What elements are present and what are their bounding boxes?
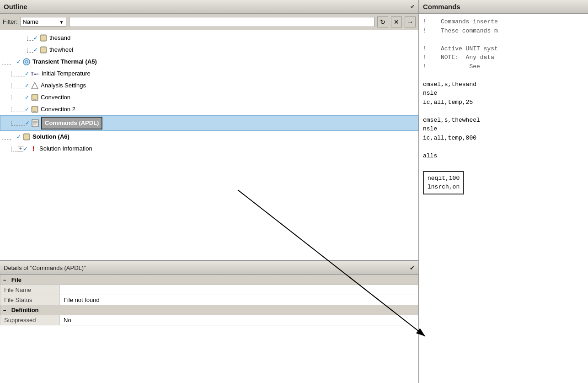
details-table: − File File Name File Status File not fo… xyxy=(0,275,418,325)
tree-icon-thesand xyxy=(39,34,48,42)
definition-section-label: Definition xyxy=(11,307,39,313)
cmd-line-9: cmsel,s,thewheel xyxy=(423,116,584,125)
filter-select[interactable]: Name Type Tag xyxy=(21,17,66,27)
tree-toggle-sol-info[interactable]: + xyxy=(18,146,23,151)
outline-section: Outline ✔ Filter: Name Type Tag ↻ ✕ → xyxy=(0,0,418,261)
details-table-container[interactable]: − File File Name File Status File not fo… xyxy=(0,275,418,383)
tree-label-analysis: Analysis Settings xyxy=(41,81,86,91)
cmd-line-1: ! Commands inserte xyxy=(423,17,584,27)
cmd-line-12: alls xyxy=(423,151,584,161)
svg-rect-18 xyxy=(24,135,29,139)
tree-item-convection2[interactable]: ✓ Convection 2 xyxy=(0,103,418,115)
cmd-line-11: ic,all,temp,800 xyxy=(423,134,584,143)
cmd-blank-1 xyxy=(423,35,584,44)
cmd-blank-2 xyxy=(423,71,584,80)
tree-item-solution[interactable]: − ✓ Solution (A6) xyxy=(0,131,418,143)
tree-item-thesand[interactable]: ✓ thesand xyxy=(0,32,418,44)
tree-item-analysis-settings[interactable]: ✓ Analysis Settings xyxy=(0,80,418,92)
tree-container[interactable]: ✓ thesand ✓ thewheel − ✓ xyxy=(0,30,418,260)
tree-icon-thewheel xyxy=(39,46,48,54)
cmd-blank-4 xyxy=(423,142,584,151)
tree-check-convection2: ✓ xyxy=(25,104,29,114)
commands-content[interactable]: ! Commands inserte ! These commands m ! … xyxy=(419,14,588,383)
definition-toggle[interactable]: − xyxy=(3,307,10,313)
tree-check-thesand: ✓ xyxy=(33,33,38,43)
tree-check-sol-info: ✓ xyxy=(23,144,28,154)
svg-rect-13 xyxy=(32,119,38,127)
cmd-line-3: ! Active UNIT syst xyxy=(423,44,584,54)
tree-label-convection: Convection xyxy=(41,92,70,102)
details-section: Details of "Commands (APDL)" ✔ − File Fi… xyxy=(0,261,418,383)
commands-apdl-label: Commands (APDL) xyxy=(41,117,102,129)
filter-clear-button[interactable]: ✕ xyxy=(391,16,402,27)
cmd-line-14: lnsrch,on xyxy=(428,183,460,192)
filter-pin-button[interactable]: → xyxy=(405,16,416,27)
left-panel: Outline ✔ Filter: Name Type Tag ↻ ✕ → xyxy=(0,0,418,383)
svg-rect-8 xyxy=(32,95,37,100)
row-file-status: File Status File not found xyxy=(0,295,418,305)
svg-point-4 xyxy=(23,59,30,65)
svg-rect-3 xyxy=(41,48,46,52)
row-suppressed: Suppressed No xyxy=(0,315,418,325)
file-name-value[interactable] xyxy=(60,285,418,295)
filter-input[interactable] xyxy=(69,17,375,27)
tree-check-transient: ✓ xyxy=(16,57,21,67)
row-file-name: File Name xyxy=(0,285,418,295)
tree-icon-solution xyxy=(22,133,31,141)
cmd-line-2: ! These commands m xyxy=(423,27,584,36)
svg-rect-9 xyxy=(33,99,36,101)
file-status-value: File not found xyxy=(60,295,418,305)
cmd-highlight-block: neqit,100 lnsrch,on xyxy=(423,171,464,194)
filter-refresh-button[interactable]: ↻ xyxy=(377,16,388,27)
tree-item-solution-info[interactable]: + ✓ ! Solution Information xyxy=(0,143,418,155)
cmd-line-4: ! NOTE: Any data xyxy=(423,53,584,62)
tree-label-sol-info: Solution Information xyxy=(39,144,92,154)
tree-toggle-solution[interactable]: − xyxy=(11,132,16,142)
svg-rect-1 xyxy=(41,36,46,40)
details-header: Details of "Commands (APDL)" ✔ xyxy=(0,261,418,275)
tree-label-solution: Solution (A6) xyxy=(32,132,69,142)
details-title: Details of "Commands (APDL)" xyxy=(4,264,86,271)
tree-label-transient: Transient Thermal (A5) xyxy=(32,57,97,67)
tree-toggle-transient[interactable]: − xyxy=(11,57,16,67)
tree-label-thewheel: thewheel xyxy=(49,45,73,55)
tree-icon-commands xyxy=(31,119,40,127)
file-toggle[interactable]: − xyxy=(3,277,10,283)
svg-rect-12 xyxy=(33,111,36,113)
suppressed-label: Suppressed xyxy=(0,315,60,325)
cmd-line-10: nsle xyxy=(423,124,584,134)
cmd-line-7: nsle xyxy=(423,89,584,98)
svg-marker-6 xyxy=(32,82,38,89)
outline-header: Outline ✔ xyxy=(0,0,418,14)
tree-check-initial-temp: ✓ xyxy=(25,69,29,79)
cmd-line-8: ic,all,temp,25 xyxy=(423,98,584,107)
cmd-blank-3 xyxy=(423,107,584,116)
tree-item-convection[interactable]: ✓ Convection xyxy=(0,92,418,103)
tree-check-thewheel: ✓ xyxy=(33,45,38,55)
section-file: − File xyxy=(0,275,418,285)
details-pin-icon[interactable]: ✔ xyxy=(410,264,415,271)
tree-label-convection2: Convection 2 xyxy=(41,104,75,114)
tree-check-solution: ✓ xyxy=(16,132,21,142)
tree-item-initial-temp[interactable]: ✓ T=○ Initial Temperature xyxy=(0,68,418,80)
tree-label-thesand: thesand xyxy=(49,33,70,43)
commands-title: Commands xyxy=(423,3,460,11)
file-name-label: File Name xyxy=(0,285,60,295)
tree-check-commands: ✓ xyxy=(25,118,30,128)
tree-item-transient-thermal[interactable]: − ✓ Transient Thermal (A5) xyxy=(0,56,418,68)
filter-select-wrapper: Name Type Tag xyxy=(21,17,66,27)
cmd-line-6: cmsel,s,thesand xyxy=(423,80,584,89)
tree-icon-convection2 xyxy=(30,105,39,113)
tree-icon-sol-info: ! xyxy=(29,145,38,153)
tree-icon-transient xyxy=(22,58,31,66)
cmd-line-5: ! See xyxy=(423,62,584,71)
tree-item-thewheel[interactable]: ✓ thewheel xyxy=(0,44,418,56)
tree-item-commands-apdl[interactable]: ✓ Commands (APDL) xyxy=(0,115,418,131)
file-status-label: File Status xyxy=(0,295,60,305)
outline-title: Outline xyxy=(4,3,27,11)
outline-pin-icon[interactable]: ✔ xyxy=(410,4,415,10)
tree-check-convection: ✓ xyxy=(25,92,29,102)
cmd-line-13: neqit,100 xyxy=(428,174,460,183)
tree-label-initial-temp: Initial Temperature xyxy=(42,69,91,79)
section-definition: − Definition xyxy=(0,305,418,315)
